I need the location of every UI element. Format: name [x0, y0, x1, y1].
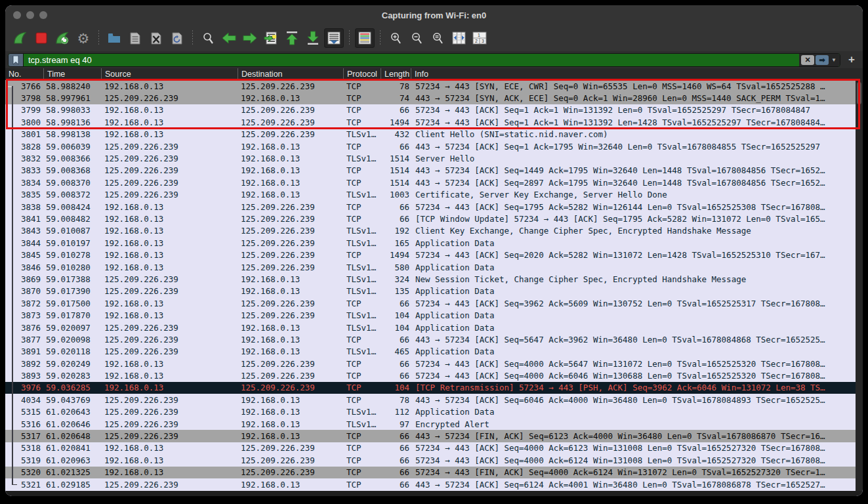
reload-file-button[interactable] [167, 28, 187, 48]
packet-row[interactable]: 384159.008482192.168.0.13125.209.226.239… [5, 213, 863, 224]
packet-row[interactable]: 532161.029185125.209.226.239192.168.0.13… [5, 478, 863, 490]
packet-row[interactable]: 397659.036285192.168.0.13125.209.226.239… [5, 382, 863, 394]
first-packet-button[interactable] [282, 28, 302, 48]
packet-row[interactable]: 531861.020841192.168.0.13125.209.226.239… [5, 442, 863, 454]
save-capture-button[interactable] [125, 28, 145, 48]
toolbar-separator [349, 30, 350, 46]
cell-length: 74 [381, 93, 411, 103]
cell-length: 1003 [381, 190, 411, 200]
packet-row[interactable]: 379858.997961125.209.226.239192.168.0.13… [5, 92, 863, 104]
close-capture-button[interactable] [146, 28, 166, 48]
zoom-out-button[interactable] [407, 28, 426, 48]
column-header-source[interactable]: Source [101, 68, 238, 80]
column-header-time[interactable]: Time [43, 68, 101, 80]
packet-row[interactable]: 387059.017390125.209.226.239192.168.0.13… [5, 285, 863, 297]
scrollbar-thumb[interactable] [857, 82, 861, 104]
packet-row[interactable]: 389259.020249192.168.0.13125.209.226.239… [5, 358, 863, 369]
packet-row[interactable]: 384359.010087192.168.0.13125.209.226.239… [5, 225, 863, 237]
packet-row[interactable]: 531661.020646125.209.226.239192.168.0.13… [5, 418, 863, 430]
filter-bookmark-button[interactable] [9, 54, 24, 66]
packet-row[interactable]: 386959.017388125.209.226.239192.168.0.13… [5, 273, 863, 285]
packet-row[interactable]: 387759.020098125.209.226.239192.168.0.13… [5, 333, 863, 345]
find-packet-button[interactable] [198, 28, 218, 48]
zoom-in-button[interactable] [386, 28, 405, 48]
cell-destination: 125.209.226.239 [238, 81, 343, 91]
cell-protocol: TCP [343, 250, 381, 260]
cell-time: 59.043769 [43, 395, 101, 405]
colorize-button[interactable] [355, 28, 375, 48]
last-packet-button[interactable] [303, 28, 323, 48]
cell-info: Application Data [411, 346, 863, 356]
cell-time: 59.017500 [43, 299, 101, 308]
cell-time: 61.021325 [43, 467, 101, 477]
packet-row[interactable]: 380058.998136192.168.0.13125.209.226.239… [5, 116, 863, 128]
packet-row[interactable]: 379958.998033192.168.0.13125.209.226.239… [5, 104, 863, 116]
cell-source: 192.168.0.13 [101, 226, 238, 236]
restart-capture-button[interactable] [52, 28, 72, 48]
start-capture-button[interactable] [10, 28, 30, 48]
packet-row[interactable]: 383359.008368125.209.226.239192.168.0.13… [5, 165, 863, 177]
cell-source: 125.209.226.239 [101, 480, 238, 490]
add-filter-button[interactable]: + [844, 53, 859, 66]
next-packet-button[interactable] [240, 28, 260, 48]
go-to-packet-button[interactable] [261, 28, 281, 48]
packet-row[interactable]: 384459.010197192.168.0.13125.209.226.239… [5, 237, 863, 249]
cell-info: Client Key Exchange, Change Cipher Spec,… [411, 226, 863, 236]
stop-capture-button[interactable] [31, 28, 51, 48]
cell-destination: 125.209.226.239 [238, 202, 343, 212]
open-capture-button[interactable] [104, 28, 124, 48]
packet-row[interactable]: 389359.020283192.168.0.13125.209.226.239… [5, 369, 863, 381]
display-filter-input[interactable]: tcp.stream eq 40 [24, 54, 799, 66]
cell-protocol: TCP [343, 178, 381, 188]
packet-row[interactable]: 383259.008366125.209.226.239192.168.0.13… [5, 152, 863, 164]
cell-source: 125.209.226.239 [101, 346, 238, 356]
packet-row[interactable]: 532061.021325192.168.0.13125.209.226.239… [5, 467, 863, 478]
packet-row[interactable]: 384659.010280192.168.0.13125.209.226.239… [5, 261, 863, 273]
filter-bar: tcp.stream eq 40 ✕ ➡ ▼ + [5, 51, 863, 68]
cell-time: 58.998138 [43, 129, 101, 139]
fixed-column-width-button[interactable]: 1 2 3 [470, 28, 489, 48]
column-header-length[interactable]: Length [381, 68, 411, 80]
save-file-icon [130, 32, 140, 45]
packet-row[interactable]: 376658.988240192.168.0.13125.209.226.239… [5, 80, 863, 92]
cell-info: 443 → 57234 [ACK] Seq=2897 Ack=1795 Win=… [411, 178, 863, 188]
column-header-info[interactable]: Info [411, 68, 863, 80]
cell-source: 192.168.0.13 [101, 455, 238, 465]
packet-row[interactable]: 383859.008424192.168.0.13125.209.226.239… [5, 201, 863, 213]
packet-row[interactable]: 387659.020097125.209.226.239192.168.0.13… [5, 322, 863, 333]
filter-apply-button[interactable]: ➡ [816, 55, 829, 65]
filter-clear-button[interactable]: ✕ [801, 55, 814, 65]
filter-dropdown-chevron[interactable]: ▼ [830, 57, 838, 63]
cell-protocol: TLSv1… [343, 262, 381, 272]
packet-row[interactable]: 384559.010278192.168.0.13125.209.226.239… [5, 249, 863, 261]
packet-row[interactable]: 387359.017870192.168.0.13125.209.226.239… [5, 309, 863, 321]
cell-source: 192.168.0.13 [101, 467, 238, 477]
packet-row[interactable]: 389159.020118125.209.226.239192.168.0.13… [5, 346, 863, 358]
packet-row[interactable]: 380158.998138192.168.0.13125.209.226.239… [5, 129, 863, 140]
column-header-protocol[interactable]: Protocol [343, 68, 381, 80]
cell-source: 192.168.0.13 [101, 443, 238, 453]
zoom-reset-button[interactable] [428, 28, 447, 48]
capture-options-button[interactable]: ⚙ [73, 28, 93, 48]
cell-length: 97 [381, 419, 411, 429]
packet-row[interactable]: 531961.020963192.168.0.13125.209.226.239… [5, 454, 863, 466]
cell-source: 192.168.0.13 [101, 299, 238, 308]
packet-row[interactable]: 387259.017500192.168.0.13125.209.226.239… [5, 297, 863, 309]
packet-row[interactable]: 382859.006039125.209.226.239192.168.0.13… [5, 140, 863, 152]
arrow-down-bar-icon [307, 31, 319, 45]
previous-packet-button[interactable] [219, 28, 239, 48]
packet-row[interactable]: 383459.008370125.209.226.239192.168.0.13… [5, 177, 863, 188]
cell-destination: 125.209.226.239 [238, 262, 343, 272]
column-header-no[interactable]: No. [5, 68, 43, 80]
packet-row[interactable]: 383559.008372125.209.226.239192.168.0.13… [5, 189, 863, 201]
cell-destination: 192.168.0.13 [238, 178, 343, 188]
cell-length: 66 [381, 431, 411, 441]
packet-row[interactable]: 531561.020643125.209.226.239192.168.0.13… [5, 406, 863, 418]
vertical-scrollbar[interactable] [856, 80, 863, 491]
packet-row[interactable]: 403459.043769125.209.226.239192.168.0.13… [5, 394, 863, 406]
resize-columns-button[interactable] [449, 28, 468, 48]
packet-row[interactable]: 531761.020648125.209.226.239192.168.0.13… [5, 430, 863, 442]
column-header-destination[interactable]: Destination [238, 68, 343, 80]
cell-info: Application Data [411, 238, 863, 248]
auto-scroll-button[interactable] [324, 28, 344, 48]
